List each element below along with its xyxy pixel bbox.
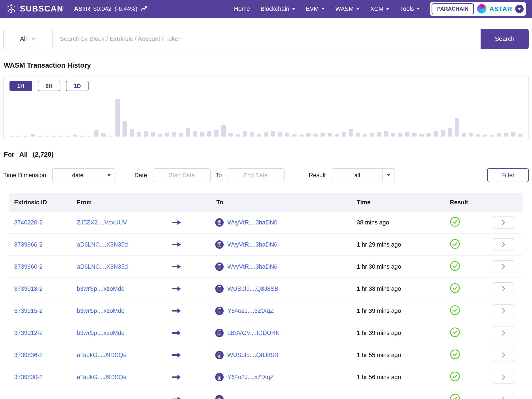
nav-item-label: WASM: [335, 6, 354, 12]
chart-bar: [370, 133, 374, 136]
contract-icon: [215, 240, 224, 249]
search-bar: All Search: [3, 29, 529, 49]
chart-bar: [384, 131, 388, 136]
filter-toolbar: Time Dimension date Date To Result all F…: [3, 168, 529, 182]
chart-bar: [151, 132, 155, 136]
to-address-link[interactable]: WvyVtR....3haDN6: [227, 241, 278, 248]
extrinsic-id-link[interactable]: 3740220-2: [14, 219, 43, 226]
astar-logo: [477, 4, 486, 13]
results-summary: For All (2,728): [4, 151, 532, 158]
summary-scope: All: [19, 151, 28, 158]
success-check-icon: [450, 327, 460, 339]
search-input[interactable]: [53, 29, 481, 49]
chart-bar: [66, 136, 70, 136]
row-expand-button[interactable]: [493, 327, 514, 339]
end-date-input[interactable]: [227, 168, 285, 182]
extrinsic-id-link[interactable]: 3739830-2: [14, 374, 43, 380]
contract-icon: [215, 284, 224, 293]
extrinsic-id-link[interactable]: 3739915-2: [14, 308, 43, 314]
extrinsic-id-link[interactable]: 3739836-2: [14, 352, 43, 358]
caret-down-icon: [386, 8, 389, 10]
filter-button[interactable]: Filter: [487, 168, 529, 182]
chart-bar: [179, 133, 183, 136]
range-1h-button[interactable]: 1H: [9, 81, 32, 91]
result-select[interactable]: all: [332, 168, 395, 182]
from-address-link[interactable]: b3wrSp....xzoMdc: [77, 308, 124, 314]
nav-item[interactable]: Tools: [400, 6, 420, 12]
to-address-link[interactable]: a8SVGV....tDDUHK: [227, 330, 279, 336]
chart-bar: [236, 134, 240, 136]
from-address-link[interactable]: ZJ5ZX2....VcxUUV: [77, 219, 127, 226]
time-value: 1 hr 56 mins ago: [344, 374, 437, 381]
token-symbol: ASTR: [74, 6, 90, 12]
chart-bar: [476, 134, 480, 136]
range-6h-button[interactable]: 6H: [38, 81, 60, 91]
chevron-right-icon: [501, 285, 506, 292]
caret-down-icon: [382, 169, 394, 182]
to-address-link[interactable]: WUSbfu....Q8J8SB: [227, 285, 278, 292]
success-check-icon: [450, 305, 460, 317]
success-check-icon: [450, 261, 460, 273]
time-dimension-select[interactable]: date: [52, 168, 115, 182]
from-address-link[interactable]: b3wrSp....xzoMdc: [77, 285, 124, 292]
chart-bar: [391, 133, 395, 136]
from-address-link[interactable]: aD6LNC....X3N35d: [77, 263, 128, 270]
nav-item[interactable]: Home: [234, 6, 250, 12]
nav-item[interactable]: XCM: [370, 6, 389, 12]
chart-bar: [45, 136, 49, 136]
subscan-logo[interactable]: SUBSCAN: [6, 4, 63, 14]
row-expand-button[interactable]: [493, 304, 514, 317]
to-address-link[interactable]: Y64o2J....5ZtXqZ: [227, 374, 274, 381]
arrow-right-icon: [172, 308, 181, 314]
chart-bar: [31, 134, 35, 136]
chart-bar: [101, 133, 106, 136]
to-address-link[interactable]: WvyVtR....3haDN6: [227, 263, 278, 270]
extrinsic-id-link[interactable]: 3739960-2: [14, 263, 43, 270]
chart-bar: [426, 133, 431, 136]
page-title: WASM Transaction History: [4, 61, 532, 69]
chart-bar: [257, 134, 261, 136]
row-expand-button[interactable]: [493, 282, 514, 295]
nav-item[interactable]: Blockchain: [260, 6, 295, 12]
success-check-icon: [450, 349, 460, 361]
parachain-button[interactable]: PARACHAIN: [431, 3, 474, 14]
nav-item[interactable]: EVM: [306, 6, 325, 12]
to-address-link[interactable]: WvyVtR....3haDN6: [227, 219, 278, 226]
extrinsic-id-link[interactable]: 3739966-2: [14, 241, 43, 248]
start-date-input[interactable]: [153, 168, 211, 182]
range-1d-button[interactable]: 1D: [66, 81, 89, 91]
chart-bar: [497, 133, 501, 136]
arrow-right-icon: [172, 263, 181, 270]
caret-down-icon: [356, 8, 360, 10]
nav-item[interactable]: WASM: [335, 6, 360, 12]
search-button[interactable]: Search: [481, 29, 529, 49]
from-address-link[interactable]: b3wrSp....xzoMdc: [77, 330, 124, 336]
from-address-link[interactable]: aTaukG....J9DSQe: [77, 352, 127, 358]
extrinsic-id-link[interactable]: 3739912-2: [14, 330, 43, 336]
result-value: all: [332, 169, 382, 182]
chart-bar: [144, 131, 148, 136]
row-expand-button[interactable]: [493, 371, 514, 384]
success-check-icon: [450, 283, 460, 295]
time-range-tabs: 1H 6H 1D: [9, 81, 523, 91]
from-address-link[interactable]: aD6LNC....X3N35d: [77, 241, 128, 248]
chevron-down-circle-icon[interactable]: [515, 5, 524, 13]
transaction-bar-chart: [9, 95, 523, 136]
to-address-link[interactable]: Y64o2J....5ZtXqZ: [227, 308, 274, 314]
row-expand-button[interactable]: [493, 349, 514, 361]
nav-item-label: Tools: [400, 6, 414, 12]
caret-down-icon: [321, 8, 325, 10]
chart-bar: [483, 135, 487, 136]
arrow-right-icon: [172, 374, 181, 380]
contract-icon: [215, 306, 224, 315]
search-scope-select[interactable]: All: [4, 29, 53, 49]
to-address-link[interactable]: WUSbfu....Q8J8SB: [227, 352, 278, 359]
row-expand-button[interactable]: [493, 393, 514, 399]
row-expand-button[interactable]: [493, 260, 514, 273]
extrinsic-id-link[interactable]: 3739918-2: [14, 285, 43, 292]
row-expand-button[interactable]: [493, 238, 514, 251]
search-section: All Search: [3, 29, 529, 49]
from-address-link[interactable]: aTaukG....J9DSQe: [77, 374, 127, 380]
row-expand-button[interactable]: [493, 216, 514, 229]
chart-bar: [419, 134, 424, 136]
